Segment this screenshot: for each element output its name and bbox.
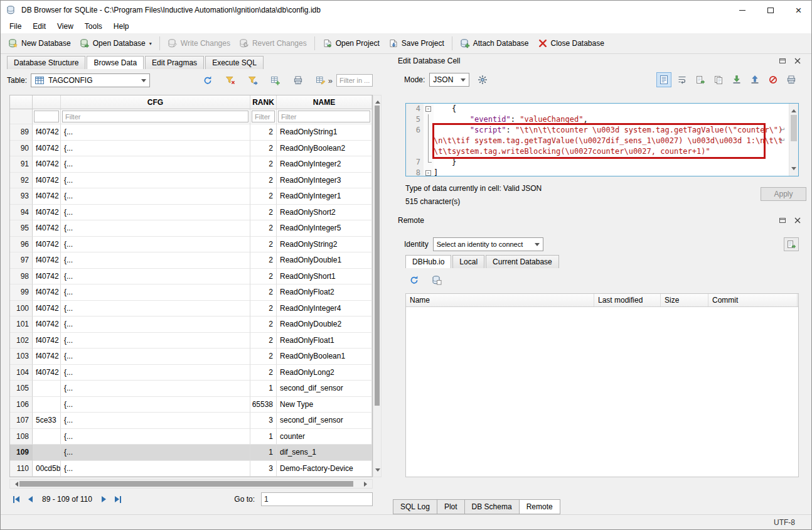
insert-record-button[interactable] [268, 73, 283, 88]
goto-input[interactable] [261, 492, 373, 506]
cell-name[interactable]: second_dif_sensor [277, 381, 372, 397]
cell-rank[interactable]: 2 [250, 141, 277, 157]
table-row[interactable]: 104f40742{...2ReadOnlyLong2 [10, 365, 372, 381]
filter-any-input[interactable] [336, 74, 373, 87]
refresh-button[interactable] [407, 273, 422, 288]
cell-id[interactable]: f40742 [33, 301, 61, 317]
cell-cfg[interactable]: {... [61, 252, 250, 269]
cell-cfg[interactable]: {... [61, 141, 250, 157]
row-number[interactable]: 93 [10, 188, 33, 205]
identity-combobox[interactable]: Select an identity to connect [433, 237, 543, 251]
cell-name[interactable]: ReadOnlyInteger3 [277, 173, 372, 189]
menu-file[interactable]: File [4, 20, 27, 33]
column-header-name[interactable]: NAME [277, 95, 372, 109]
dock-tab-plot[interactable]: Plot [437, 499, 465, 514]
float-panel-button[interactable] [777, 215, 788, 225]
refresh-button[interactable] [200, 73, 215, 88]
cell-rank[interactable]: 2 [250, 173, 277, 189]
column-header-id[interactable] [33, 95, 61, 109]
cell-cfg[interactable]: {... [61, 269, 250, 285]
editor-text[interactable]: ] [434, 168, 789, 176]
first-page-button[interactable] [9, 492, 23, 506]
cell-cfg[interactable]: {... [61, 188, 250, 205]
cell-name[interactable]: ReadOnlyBoolean1 [277, 349, 372, 365]
cell-rank[interactable]: 3 [250, 461, 277, 477]
table-row[interactable]: 105{...1second_dif_sensor [10, 381, 372, 397]
word-wrap-button[interactable] [675, 72, 690, 87]
cell-rank[interactable]: 2 [250, 316, 277, 333]
row-number[interactable]: 100 [10, 301, 33, 317]
fold-margin[interactable] [424, 114, 434, 125]
cell-id[interactable]: f40742 [33, 252, 61, 269]
table-row[interactable]: 91f40742{...2ReadOnlyInteger2 [10, 156, 372, 173]
cell-name[interactable]: ReadOnlyInteger5 [277, 220, 372, 237]
cell-rank[interactable]: 2 [250, 301, 277, 317]
cell-cfg[interactable]: {... [61, 124, 250, 141]
row-number[interactable]: 96 [10, 237, 33, 253]
cell-id[interactable]: f40742 [33, 269, 61, 285]
table-combobox[interactable]: TAGCONFIG [31, 73, 150, 87]
column-header-rank[interactable]: RANK [250, 95, 277, 109]
minimize-button[interactable] [728, 1, 756, 19]
cell-name[interactable]: ReadOnlyFloat2 [277, 284, 372, 301]
row-number[interactable]: 108 [10, 429, 33, 445]
cell-id[interactable]: f40742 [33, 349, 61, 365]
row-number[interactable]: 95 [10, 220, 33, 237]
row-number[interactable]: 104 [10, 365, 33, 381]
column-filter-input[interactable] [62, 111, 248, 122]
cell-name[interactable]: ReadOnlyDouble2 [277, 316, 372, 333]
table-row[interactable]: 103f40742{...2ReadOnlyBoolean1 [10, 349, 372, 365]
cell-name[interactable]: ReadOnlyLong2 [277, 365, 372, 381]
table-row[interactable]: 100f40742{...2ReadOnlyInteger4 [10, 301, 372, 317]
row-number[interactable]: 90 [10, 141, 33, 157]
scrollbar-thumb[interactable] [791, 115, 797, 141]
cell-rank[interactable]: 2 [250, 188, 277, 205]
fold-margin[interactable] [424, 104, 434, 114]
table-row[interactable]: 97f40742{...2ReadOnlyDouble1 [10, 252, 372, 269]
cell-name[interactable]: ReadOnlyFloat1 [277, 333, 372, 349]
table-row[interactable]: 102f40742{...2ReadOnlyFloat1 [10, 333, 372, 349]
row-number[interactable]: 110 [10, 461, 33, 477]
close-panel-button[interactable] [793, 56, 803, 66]
table-row[interactable]: 92f40742{...2ReadOnlyInteger3 [10, 173, 372, 189]
cell-name[interactable]: ReadOnlyString1 [277, 124, 372, 141]
cell-rank[interactable]: 2 [250, 252, 277, 269]
cell-id[interactable]: f40742 [33, 316, 61, 333]
last-page-button[interactable] [111, 492, 125, 506]
menu-help[interactable]: Help [108, 20, 135, 33]
cell-cfg[interactable]: {... [61, 381, 250, 397]
editor-text[interactable]: { [434, 104, 789, 114]
cell-id[interactable]: f40742 [33, 365, 61, 381]
close-button[interactable] [784, 1, 812, 19]
table-row[interactable]: 90f40742{...2ReadOnlyBoolean2 [10, 141, 372, 157]
cell-id[interactable]: f40742 [33, 205, 61, 221]
close-database-button[interactable]: Close Database [533, 36, 609, 51]
editor-text[interactable]: } [434, 157, 789, 168]
cell-id[interactable]: f40742 [33, 188, 61, 205]
scrollbar-thumb[interactable] [375, 105, 380, 406]
table-row[interactable]: 99f40742{...2ReadOnlyFloat2 [10, 284, 372, 301]
dock-tab-remote[interactable]: Remote [519, 499, 560, 514]
cell-cfg[interactable]: {... [61, 316, 250, 333]
export-button[interactable] [747, 72, 762, 87]
row-number[interactable]: 94 [10, 205, 33, 221]
row-number[interactable]: 91 [10, 156, 33, 173]
cell-cfg[interactable]: {... [61, 205, 250, 221]
fold-margin[interactable] [424, 157, 434, 168]
row-number[interactable]: 97 [10, 252, 33, 269]
row-number[interactable]: 98 [10, 269, 33, 285]
table-row[interactable]: 95f40742{...2ReadOnlyInteger5 [10, 220, 372, 237]
editor-text[interactable]: "script": "\t\n\t\tcounter \u003d system… [434, 125, 789, 157]
cell-cfg[interactable]: {... [61, 349, 250, 365]
new-database-button[interactable]: New Database [4, 36, 75, 51]
cell-cfg[interactable]: {... [61, 461, 250, 477]
mode-combobox[interactable]: JSON [429, 73, 469, 87]
tab-edit-pragmas[interactable]: Edit Pragmas [145, 56, 204, 69]
menu-view[interactable]: View [51, 20, 79, 33]
cell-rank[interactable]: 1 [250, 445, 277, 461]
remote-column-name[interactable]: Name [406, 294, 594, 306]
cell-name[interactable]: dif_sens_1 [277, 445, 372, 461]
fold-margin[interactable] [424, 125, 434, 157]
table-row[interactable]: 94f40742{...2ReadOnlyShort2 [10, 205, 372, 221]
cell-cfg[interactable]: {... [61, 429, 250, 445]
